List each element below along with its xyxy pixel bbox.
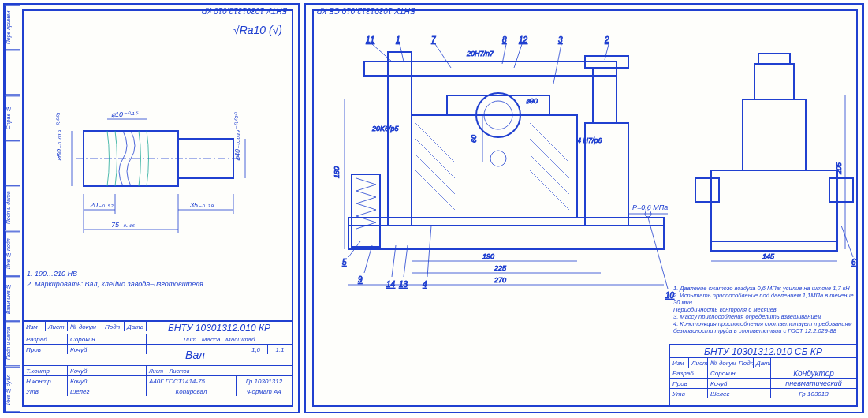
svg-text:⌀90: ⌀90	[526, 97, 538, 105]
ra-label: √Ra10 (√)	[233, 24, 282, 36]
svg-text:205: 205	[835, 162, 843, 175]
svg-line-29	[415, 139, 455, 178]
svg-text:7: 7	[431, 35, 436, 44]
svg-rect-49	[829, 178, 853, 202]
part-name: Вал	[147, 345, 244, 365]
svg-line-33	[530, 139, 569, 178]
svg-rect-27	[388, 52, 412, 226]
svg-line-76	[841, 226, 853, 257]
svg-point-25	[490, 151, 506, 166]
svg-line-62	[605, 44, 609, 60]
svg-text:180: 180	[333, 166, 341, 178]
side-tab: Инв № дубл	[5, 367, 20, 412]
svg-rect-26	[364, 62, 617, 76]
side-tab: Подп и дата	[5, 185, 20, 230]
svg-text:20H7/n7: 20H7/n7	[466, 50, 494, 58]
svg-text:8: 8	[502, 35, 507, 44]
svg-line-58	[514, 44, 522, 68]
svg-line-28	[415, 123, 455, 162]
svg-text:9: 9	[358, 275, 363, 284]
svg-text:20K6/p5: 20K6/p5	[371, 125, 400, 132]
svg-rect-46	[758, 54, 790, 64]
svg-text:75₋₀.₄₆: 75₋₀.₄₆	[111, 221, 135, 229]
side-tab: Инв № подл	[5, 231, 20, 276]
left-side-tabs: Перв примен Справ № Подп и дата Инв № по…	[5, 5, 20, 412]
sheet-right: БНТУ 10301312.010 СБ КР	[304, 3, 864, 413]
svg-text:⌀10⁻⁰·¹⁵: ⌀10⁻⁰·¹⁵	[111, 110, 139, 118]
svg-line-74	[648, 218, 668, 289]
svg-text:13: 13	[399, 280, 408, 289]
side-tab: Подп и дата	[5, 321, 20, 366]
svg-text:6: 6	[851, 258, 856, 267]
svg-text:11: 11	[366, 35, 374, 44]
side-tab: Взам инв №	[5, 276, 20, 321]
svg-text:20₋₀.₅₂: 20₋₀.₅₂	[89, 201, 114, 209]
svg-rect-36	[352, 174, 380, 247]
svg-line-32	[530, 123, 569, 162]
top-code-left: БНТУ 10301312.010 КР	[202, 6, 287, 15]
svg-line-54	[435, 44, 451, 68]
svg-rect-20	[348, 218, 664, 226]
svg-text:5: 5	[342, 258, 347, 267]
svg-text:60: 60	[470, 135, 478, 143]
svg-line-34	[530, 155, 569, 194]
svg-line-72	[427, 226, 431, 277]
svg-rect-21	[412, 115, 577, 218]
svg-text:35₋₀.₃₉: 35₋₀.₃₉	[190, 201, 214, 209]
svg-text:4 H7/p6: 4 H7/p6	[577, 136, 602, 144]
svg-text:190: 190	[482, 252, 494, 260]
svg-text:P=0,6 МПа: P=0,6 МПа	[632, 203, 668, 211]
svg-rect-43	[711, 170, 837, 241]
side-tab: Перв примен	[5, 5, 20, 50]
svg-line-35	[530, 170, 569, 210]
svg-text:225: 225	[494, 264, 507, 272]
title-block-right: БНТУ 10301312.010 СБ КР Изм Лист № докум…	[669, 344, 858, 407]
note-1: 1. 190…210 HB	[27, 269, 77, 278]
svg-text:2: 2	[604, 35, 609, 44]
svg-rect-44	[743, 99, 806, 170]
svg-text:145: 145	[762, 252, 775, 260]
svg-text:3: 3	[558, 35, 563, 44]
side-tab	[5, 140, 20, 185]
side-tab: Справ №	[5, 95, 20, 140]
svg-text:⌀40₋₀.₀₃₉⁻⁰·⁰²⁰: ⌀40₋₀.₀₃₉⁻⁰·⁰²⁰	[233, 112, 241, 161]
top-code-right: БНТУ 10301312.010 СБ КР	[317, 6, 415, 15]
svg-rect-47	[711, 241, 837, 251]
svg-text:1: 1	[396, 35, 400, 44]
side-tab	[5, 50, 20, 95]
note-2: 2. Маркировать: Вал, клеймо завода–изгот…	[27, 279, 203, 289]
svg-rect-48	[695, 178, 719, 202]
svg-text:⌀50₋₀.₀₁₉⁻⁰·⁰⁰³: ⌀50₋₀.₀₁₉⁻⁰·⁰⁰³	[55, 112, 63, 161]
svg-rect-45	[754, 64, 794, 99]
svg-line-30	[415, 155, 455, 194]
svg-text:4: 4	[423, 280, 427, 289]
title-block-left: Изм Лист № докум Подп Дата БНТУ 10301312…	[22, 320, 293, 407]
svg-text:270: 270	[494, 276, 506, 284]
sheet-left: Перв примен Справ № Подп и дата Инв № по…	[3, 3, 300, 413]
tech-note: 1. Давление сжатого воздуха 0,6 МПа; уси…	[673, 285, 855, 334]
svg-text:12: 12	[519, 35, 528, 44]
svg-line-31	[415, 170, 455, 210]
svg-text:14: 14	[386, 280, 396, 289]
shaft-drawing: 20₋₀.₅₂ 35₋₀.₃₉ 75₋₀.₄₆ ⌀50₋₀.₀₁₉⁻⁰·⁰⁰³ …	[28, 52, 281, 257]
svg-line-60	[553, 44, 561, 84]
